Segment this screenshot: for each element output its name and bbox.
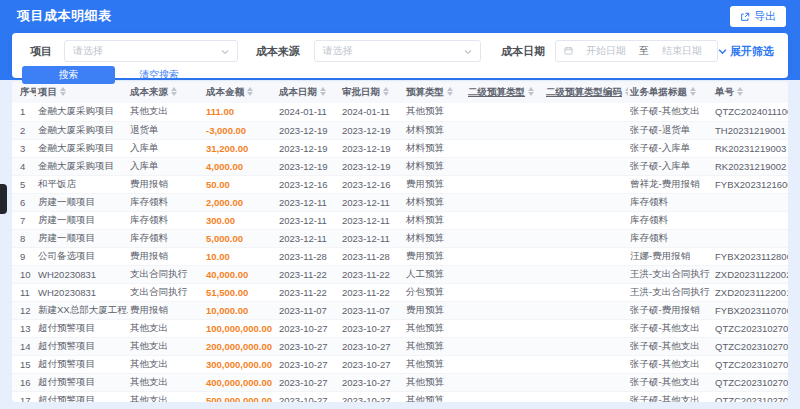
sort-icon[interactable] — [320, 87, 326, 96]
sort-icon[interactable] — [737, 87, 743, 96]
table-row[interactable]: 15超付预警项目其他支出300,000,000.002023-10-272023… — [12, 355, 788, 373]
cell-doc_title: 张子硕-退货单 — [628, 121, 713, 139]
end-date-placeholder: 结束日期 — [655, 44, 709, 58]
cell-project: 超付预警项目 — [36, 355, 128, 373]
cell-approval_date: 2023-10-27 — [340, 373, 404, 391]
cell-budget_type: 其他预算 — [404, 319, 466, 337]
cell-sub_budget_code — [544, 157, 628, 175]
table-row[interactable]: 5和平饭店费用报销50.002023-12-162023-12-16费用预算曾祥… — [12, 175, 788, 193]
table-row[interactable]: 6房建一顺项目库存领料2,000.002023-12-112023-12-11材… — [12, 193, 788, 211]
cell-project: 超付预警项目 — [36, 391, 128, 402]
cell-sub_budget_type — [466, 265, 544, 283]
cell-amount: 111.00 — [204, 103, 277, 121]
sort-icon[interactable] — [528, 87, 534, 96]
cell-cost_source: 费用报销 — [128, 247, 204, 265]
table-body: 1金融大厦采购项目其他支出111.002024-01-112024-01-11其… — [12, 103, 788, 402]
cell-cost_source: 入库单 — [128, 157, 204, 175]
side-drawer-handle[interactable] — [0, 184, 7, 214]
cell-project: 金融大厦采购项目 — [36, 139, 128, 157]
table-row[interactable]: 13超付预警项目其他支出100,000,000.002023-10-272023… — [12, 319, 788, 337]
cell-sub_budget_code — [544, 139, 628, 157]
column-header-doc_no[interactable]: 单号 — [713, 81, 788, 103]
table-row[interactable]: 8房建一顺项目库存领料5,000.002023-12-112023-12-11材… — [12, 229, 788, 247]
cell-cost_date: 2023-12-19 — [277, 121, 340, 139]
cell-sub_budget_type — [466, 373, 544, 391]
table-row[interactable]: 9公司备选项目费用报销10.002023-11-282023-11-28费用预算… — [12, 247, 788, 265]
column-header-cost_date[interactable]: 成本日期 — [277, 81, 340, 103]
cell-doc_no: QTZC20231027002 — [713, 355, 788, 373]
cost-date-range-input[interactable]: 开始日期 至 结束日期 — [555, 40, 718, 62]
table-row[interactable]: 10WH20230831支出合同执行40,000.002023-11-22202… — [12, 265, 788, 283]
sort-icon[interactable] — [625, 87, 628, 96]
cell-amount: 31,200.00 — [204, 139, 277, 157]
cost-date-filter-label: 成本日期 — [501, 44, 545, 59]
cell-sub_budget_code — [544, 337, 628, 355]
cell-doc_no: FYBX20231216001 — [713, 175, 788, 193]
cell-cost_source: 其他支出 — [128, 337, 204, 355]
table-row[interactable]: 7房建一顺项目库存领料300.002023-12-112023-12-11材料预… — [12, 211, 788, 229]
cell-doc_title: 库存领料 — [628, 211, 713, 229]
sort-icon[interactable] — [247, 87, 253, 96]
date-separator: 至 — [639, 44, 649, 58]
column-header-amount[interactable]: 成本金额 — [204, 81, 277, 103]
cell-doc_no: FYBX20231128001 — [713, 247, 788, 265]
cell-cost_source: 其他支出 — [128, 391, 204, 402]
cell-sub_budget_type — [466, 103, 544, 121]
titlebar: 项目成本明细表 — [0, 0, 800, 32]
project-select[interactable]: 请选择 — [64, 40, 238, 62]
cell-doc_no: ZXD20231122002 — [713, 265, 788, 283]
cell-sub_budget_code — [544, 175, 628, 193]
cost-table: 序号项目成本来源成本金额成本日期审批日期预算类型二级预算类型二级预算类型编码业务… — [12, 81, 788, 402]
table-row[interactable]: 3金融大厦采购项目入库单31,200.002023-12-192023-12-1… — [12, 139, 788, 157]
project-select-placeholder: 请选择 — [73, 44, 103, 58]
cell-doc_title: 张子硕-其他支出 — [628, 391, 713, 402]
cell-cost_date: 2023-11-22 — [277, 265, 340, 283]
column-header-project[interactable]: 项目 — [36, 81, 128, 103]
clear-search-link[interactable]: 清空搜索 — [139, 68, 179, 82]
table-row[interactable]: 4金融大厦采购项目入库单4,000.002023-12-192023-12-19… — [12, 157, 788, 175]
column-header-sub_budget_type[interactable]: 二级预算类型 — [466, 81, 544, 103]
cell-cost_source: 库存领料 — [128, 193, 204, 211]
cell-cost_source: 其他支出 — [128, 373, 204, 391]
sort-icon[interactable] — [383, 87, 389, 96]
cell-sub_budget_type — [466, 319, 544, 337]
cost-source-select[interactable]: 请选择 — [314, 40, 481, 62]
table-row[interactable]: 12新建XX总部大厦工程二期费用报销10,000.002023-11-07202… — [12, 301, 788, 319]
table-row[interactable]: 17超付预警项目其他支出500,000,000.002023-10-272023… — [12, 391, 788, 402]
cell-cost_source: 库存领料 — [128, 229, 204, 247]
cell-doc_title: 库存领料 — [628, 193, 713, 211]
sort-icon[interactable] — [171, 87, 177, 96]
cell-amount: 5,000.00 — [204, 229, 277, 247]
cell-project: 公司备选项目 — [36, 247, 128, 265]
cell-amount: 200,000,000.00 — [204, 337, 277, 355]
cell-doc_no: QTZC20231027002 — [713, 391, 788, 402]
sort-icon[interactable] — [60, 87, 66, 96]
cell-sub_budget_code — [544, 229, 628, 247]
cell-index: 8 — [12, 229, 36, 247]
column-header-approval_date[interactable]: 审批日期 — [340, 81, 404, 103]
table-row[interactable]: 11WH20230831支出合同执行51,500.002023-11-22202… — [12, 283, 788, 301]
sort-icon[interactable] — [447, 87, 453, 96]
column-header-doc_title[interactable]: 业务单据标题 — [628, 81, 713, 103]
column-header-cost_source[interactable]: 成本来源 — [128, 81, 204, 103]
column-header-sub_budget_code[interactable]: 二级预算类型编码 — [544, 81, 628, 103]
cell-cost_date: 2023-11-07 — [277, 301, 340, 319]
table-row[interactable]: 1金融大厦采购项目其他支出111.002024-01-112024-01-11其… — [12, 103, 788, 121]
cell-cost_date: 2023-11-22 — [277, 283, 340, 301]
sort-icon[interactable] — [690, 87, 696, 96]
search-button[interactable]: 搜索 — [22, 66, 115, 84]
cell-sub_budget_code — [544, 319, 628, 337]
cell-index: 10 — [12, 265, 36, 283]
cell-amount: 2,000.00 — [204, 193, 277, 211]
table-row[interactable]: 16超付预警项目其他支出400,000,000.002023-10-272023… — [12, 373, 788, 391]
cell-sub_budget_code — [544, 193, 628, 211]
column-header-budget_type[interactable]: 预算类型 — [404, 81, 466, 103]
table-row[interactable]: 2金融大厦采购项目退货单-3,000.002023-12-192023-12-1… — [12, 121, 788, 139]
cell-cost_source: 库存领料 — [128, 211, 204, 229]
cell-project: 房建一顺项目 — [36, 193, 128, 211]
export-button[interactable]: 导出 — [730, 6, 786, 27]
cell-budget_type: 其他预算 — [404, 373, 466, 391]
table-row[interactable]: 14超付预警项目其他支出200,000,000.002023-10-272023… — [12, 337, 788, 355]
expand-filters-link[interactable]: 展开筛选 — [718, 44, 774, 59]
column-header-index: 序号 — [12, 81, 36, 103]
